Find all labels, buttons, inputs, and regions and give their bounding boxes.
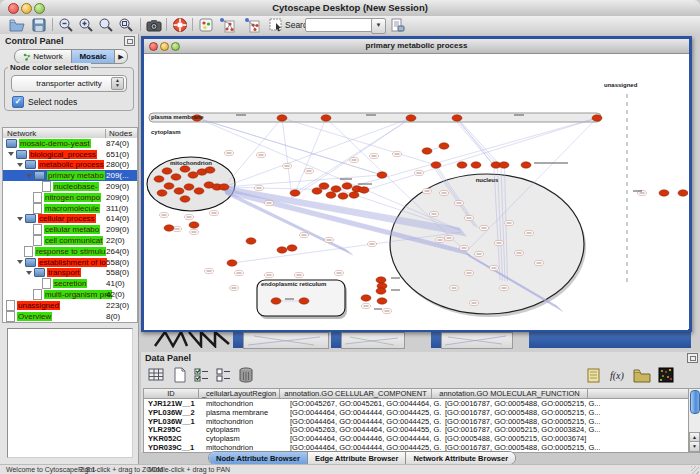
background-window-frame[interactable] bbox=[529, 330, 691, 348]
network-node[interactable] bbox=[377, 172, 387, 178]
tree-row[interactable]: macromolecule311(0) bbox=[3, 203, 137, 214]
expander-triangle-icon[interactable] bbox=[26, 174, 32, 178]
background-window-frame[interactable] bbox=[431, 330, 441, 348]
network-node[interactable] bbox=[246, 238, 256, 244]
table-cell[interactable]: cytoplasm bbox=[202, 434, 286, 443]
network-node[interactable] bbox=[157, 190, 167, 196]
network-node[interactable] bbox=[188, 172, 198, 178]
network-node[interactable] bbox=[189, 222, 199, 228]
network-node[interactable] bbox=[331, 186, 341, 192]
tree-row[interactable]: establishment of lo558(0) bbox=[3, 257, 137, 268]
scroll-down-icon[interactable]: ▼ bbox=[689, 441, 700, 452]
network-node[interactable] bbox=[359, 187, 369, 193]
open-icon[interactable] bbox=[9, 17, 25, 33]
tree-row[interactable]: cellular metabo209(0) bbox=[3, 224, 137, 235]
network-node[interactable] bbox=[499, 162, 509, 168]
column-header[interactable]: annotation.GO MOLECULAR_FUNCTION bbox=[432, 389, 588, 399]
node-color-dropdown[interactable]: transporter activity ▲▼ bbox=[11, 75, 127, 92]
expander-triangle-icon[interactable] bbox=[26, 271, 32, 275]
function-builder-icon[interactable]: f(x) bbox=[609, 366, 627, 384]
network-node[interactable] bbox=[471, 162, 481, 168]
background-window-frame[interactable] bbox=[331, 330, 341, 348]
table-cell[interactable]: [GO:0044464, GO:0044444, GO:0044425, G..… bbox=[286, 408, 441, 417]
tab-mosaic[interactable]: Mosaic bbox=[72, 50, 115, 63]
expander-triangle-icon[interactable] bbox=[17, 163, 23, 167]
table-cell[interactable]: [GO:0044464, GO:0044446, GO:0044444, G..… bbox=[286, 434, 441, 443]
network-node[interactable] bbox=[376, 288, 386, 294]
annotation-import-icon[interactable] bbox=[389, 17, 405, 33]
network-node[interactable] bbox=[171, 174, 181, 180]
network-edge[interactable] bbox=[282, 118, 436, 165]
table-cell[interactable]: YJR121W__1 bbox=[144, 399, 202, 408]
tree-row[interactable]: Overview8(0) bbox=[3, 311, 137, 322]
notes-icon[interactable] bbox=[585, 366, 603, 384]
table-cell[interactable]: YPL036W__2 bbox=[144, 408, 202, 417]
network-node[interactable] bbox=[376, 277, 386, 283]
vizmapper-icon[interactable] bbox=[198, 17, 214, 33]
table-cell[interactable]: [GO:0045267, GO:0045261, GO:0044464, G..… bbox=[286, 399, 441, 408]
table-cell[interactable]: [GO:0016787, GO:0005488, GO:0005215, G..… bbox=[441, 408, 600, 417]
network-node[interactable] bbox=[521, 162, 531, 168]
table-cell[interactable]: mitochondrion bbox=[202, 417, 286, 426]
tree-row[interactable]: primary metabo209(... bbox=[3, 170, 137, 181]
table-cell[interactable]: [GO:0016787, GO:0005215, GO:0003824, G..… bbox=[441, 425, 600, 434]
tree-row[interactable]: mosaic-demo-yeast874(0) bbox=[3, 138, 137, 149]
table-cell[interactable]: YPL036W__1 bbox=[144, 417, 202, 426]
new-attribute-icon[interactable] bbox=[171, 366, 189, 384]
layout-icon-1[interactable] bbox=[219, 17, 235, 33]
tab-edge-attribute-browser[interactable]: Edge Attribute Browser bbox=[308, 452, 406, 464]
select-nodes-checkbox[interactable]: ✓ bbox=[12, 96, 24, 108]
table-scrollbar[interactable]: ▲ ▼ bbox=[688, 388, 700, 453]
nucleus-region[interactable] bbox=[390, 174, 584, 314]
network-window-titlebar[interactable]: primary metabolic process bbox=[144, 39, 689, 54]
network-node[interactable] bbox=[174, 188, 184, 194]
table-row[interactable]: YJR121W__1mitochondrion[GO:0045267, GO:0… bbox=[144, 399, 689, 408]
unselect-attributes-icon[interactable] bbox=[215, 366, 233, 384]
float-panel-icon[interactable] bbox=[687, 353, 698, 363]
background-window-thumbnail[interactable] bbox=[153, 330, 233, 348]
table-cell[interactable]: [GO:0016787, GO:0005488, GO:0005215, G..… bbox=[441, 417, 600, 426]
tab-overflow-arrow-icon[interactable]: ▶ bbox=[115, 50, 127, 63]
column-header[interactable]: ID bbox=[144, 389, 199, 399]
matrix-icon[interactable] bbox=[657, 366, 675, 384]
network-node[interactable] bbox=[287, 245, 297, 251]
tab-network[interactable]: Network bbox=[15, 50, 72, 63]
network-node[interactable] bbox=[180, 166, 190, 172]
tree-row[interactable]: nitrogen compo209(0) bbox=[3, 192, 137, 203]
network-edge[interactable] bbox=[459, 120, 499, 164]
network-node[interactable] bbox=[277, 247, 287, 253]
save-icon[interactable] bbox=[31, 17, 47, 33]
column-header[interactable]: annotation.GO CELLULAR_COMPONENT bbox=[280, 389, 432, 399]
tree-row[interactable]: response to stimulu264(0) bbox=[3, 246, 137, 257]
network-node[interactable] bbox=[349, 192, 359, 198]
column-header[interactable]: _cellularLayoutRegion bbox=[199, 389, 280, 399]
tree-row[interactable]: metabolic process280(0) bbox=[3, 160, 137, 171]
zoom-in-icon[interactable] bbox=[78, 17, 94, 33]
network-node[interactable] bbox=[406, 115, 416, 121]
birdseye-view-panel[interactable] bbox=[7, 328, 133, 458]
network-node[interactable] bbox=[452, 115, 462, 121]
zoom-selected-icon[interactable] bbox=[118, 17, 134, 33]
layout-icon-2[interactable] bbox=[244, 17, 260, 33]
network-node[interactable] bbox=[321, 115, 331, 121]
network-edge[interactable] bbox=[457, 118, 494, 166]
network-node[interactable] bbox=[227, 260, 237, 266]
search-input[interactable] bbox=[305, 18, 375, 32]
network-node[interactable] bbox=[194, 188, 204, 194]
network-node[interactable] bbox=[592, 115, 602, 121]
network-node[interactable] bbox=[678, 190, 688, 196]
tree-row[interactable]: nucleobase-209(0) bbox=[3, 181, 137, 192]
search-dropdown-arrow-icon[interactable]: ▼ bbox=[371, 18, 386, 34]
table-cell[interactable]: YKR052C bbox=[144, 434, 202, 443]
table-cell[interactable]: [GO:0045263, GO:0044464, GO:0044455, G..… bbox=[286, 425, 441, 434]
table-row[interactable]: YLR295Ccytoplasm[GO:0045263, GO:0044464,… bbox=[144, 425, 689, 434]
select-mode-icon[interactable] bbox=[268, 17, 284, 33]
network-node[interactable] bbox=[431, 162, 441, 168]
tree-row[interactable]: unassigned223(0) bbox=[3, 300, 137, 311]
plasma-membrane-region[interactable] bbox=[149, 113, 601, 122]
help-lifebuoy-icon[interactable] bbox=[172, 17, 188, 33]
network-node[interactable] bbox=[154, 176, 164, 182]
zoom-out-icon[interactable] bbox=[58, 17, 74, 33]
network-node[interactable] bbox=[277, 115, 287, 121]
network-node[interactable] bbox=[180, 196, 190, 202]
